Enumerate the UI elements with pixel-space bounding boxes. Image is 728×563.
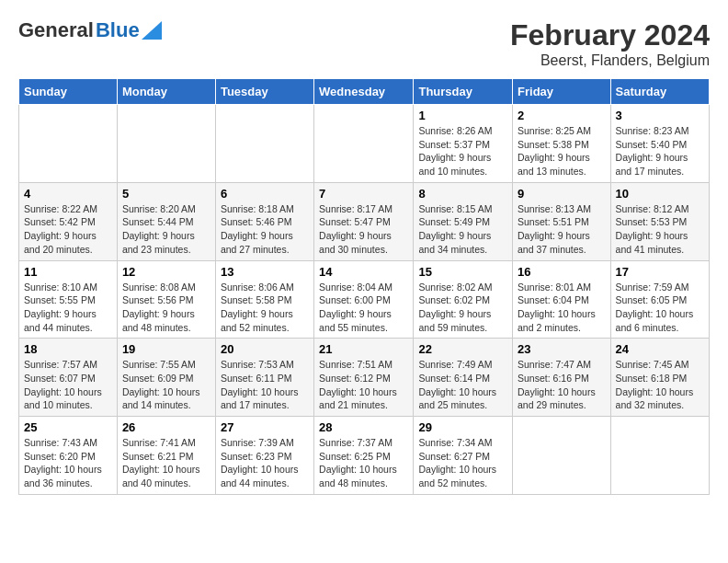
day-number: 11: [24, 265, 112, 279]
page-subtitle: Beerst, Flanders, Belgium: [510, 52, 710, 69]
day-number: 16: [518, 265, 606, 279]
calendar-cell: 10Sunrise: 8:12 AM Sunset: 5:53 PM Dayli…: [610, 182, 709, 260]
day-number: 26: [122, 420, 210, 434]
calendar-cell: 17Sunrise: 7:59 AM Sunset: 6:05 PM Dayli…: [610, 260, 709, 339]
day-number: 15: [418, 265, 507, 279]
day-info: Sunrise: 7:34 AM Sunset: 6:27 PM Dayligh…: [418, 436, 507, 490]
calendar-cell: 6Sunrise: 8:18 AM Sunset: 5:46 PM Daylig…: [215, 182, 313, 260]
day-info: Sunrise: 7:39 AM Sunset: 6:23 PM Dayligh…: [221, 436, 309, 490]
calendar-cell: 1Sunrise: 8:26 AM Sunset: 5:37 PM Daylig…: [414, 105, 513, 183]
day-info: Sunrise: 7:41 AM Sunset: 6:21 PM Dayligh…: [122, 436, 210, 490]
logo-blue: Blue: [96, 18, 140, 42]
day-number: 1: [418, 109, 507, 122]
calendar-header-row: SundayMondayTuesdayWednesdayThursdayFrid…: [19, 79, 710, 105]
calendar-cell: 25Sunrise: 7:43 AM Sunset: 6:20 PM Dayli…: [19, 417, 118, 495]
day-info: Sunrise: 8:08 AM Sunset: 5:56 PM Dayligh…: [122, 281, 210, 335]
calendar-cell: 2Sunrise: 8:25 AM Sunset: 5:38 PM Daylig…: [513, 105, 611, 183]
day-info: Sunrise: 7:53 AM Sunset: 6:11 PM Dayligh…: [221, 358, 309, 412]
logo: General Blue: [18, 18, 162, 42]
calendar-cell: 4Sunrise: 8:22 AM Sunset: 5:42 PM Daylig…: [19, 182, 118, 260]
day-info: Sunrise: 7:49 AM Sunset: 6:14 PM Dayligh…: [418, 358, 507, 412]
day-number: 3: [616, 109, 704, 122]
day-info: Sunrise: 8:06 AM Sunset: 5:58 PM Dayligh…: [221, 281, 309, 335]
calendar-cell: 16Sunrise: 8:01 AM Sunset: 6:04 PM Dayli…: [513, 260, 611, 339]
day-info: Sunrise: 8:13 AM Sunset: 5:51 PM Dayligh…: [518, 202, 606, 257]
calendar-week-row: 1Sunrise: 8:26 AM Sunset: 5:37 PM Daylig…: [19, 105, 710, 183]
day-info: Sunrise: 8:15 AM Sunset: 5:49 PM Dayligh…: [418, 202, 507, 257]
page-header: General Blue February 2024 Beerst, Fland…: [18, 18, 710, 69]
calendar-cell: 19Sunrise: 7:55 AM Sunset: 6:09 PM Dayli…: [117, 339, 215, 417]
day-info: Sunrise: 8:18 AM Sunset: 5:46 PM Dayligh…: [221, 202, 309, 257]
day-info: Sunrise: 7:55 AM Sunset: 6:09 PM Dayligh…: [122, 358, 210, 412]
calendar-week-row: 11Sunrise: 8:10 AM Sunset: 5:55 PM Dayli…: [19, 260, 710, 339]
calendar-cell: 5Sunrise: 8:20 AM Sunset: 5:44 PM Daylig…: [117, 182, 215, 260]
day-number: 28: [319, 420, 408, 434]
calendar-cell: 28Sunrise: 7:37 AM Sunset: 6:25 PM Dayli…: [314, 417, 414, 495]
day-number: 25: [24, 420, 112, 434]
day-info: Sunrise: 7:57 AM Sunset: 6:07 PM Dayligh…: [24, 358, 112, 412]
header-monday: Monday: [117, 79, 215, 105]
day-number: 29: [418, 420, 507, 434]
day-number: 10: [616, 187, 704, 201]
day-info: Sunrise: 7:43 AM Sunset: 6:20 PM Dayligh…: [24, 436, 112, 490]
title-block: February 2024 Beerst, Flanders, Belgium: [510, 18, 710, 69]
day-number: 8: [418, 187, 507, 201]
day-info: Sunrise: 8:12 AM Sunset: 5:53 PM Dayligh…: [616, 202, 704, 257]
day-info: Sunrise: 7:51 AM Sunset: 6:12 PM Dayligh…: [319, 358, 408, 412]
calendar-cell: 8Sunrise: 8:15 AM Sunset: 5:49 PM Daylig…: [414, 182, 513, 260]
page-title: February 2024: [510, 18, 710, 52]
day-number: 9: [518, 187, 606, 201]
day-number: 17: [616, 265, 704, 279]
calendar-cell: 23Sunrise: 7:47 AM Sunset: 6:16 PM Dayli…: [513, 339, 611, 417]
day-number: 24: [616, 342, 704, 356]
day-info: Sunrise: 8:26 AM Sunset: 5:37 PM Dayligh…: [418, 124, 507, 178]
calendar-cell: 14Sunrise: 8:04 AM Sunset: 6:00 PM Dayli…: [314, 260, 414, 339]
calendar-cell: [314, 105, 414, 183]
calendar-cell: 11Sunrise: 8:10 AM Sunset: 5:55 PM Dayli…: [19, 260, 118, 339]
header-saturday: Saturday: [610, 79, 709, 105]
header-tuesday: Tuesday: [215, 79, 313, 105]
day-number: 14: [319, 265, 408, 279]
day-number: 13: [221, 265, 309, 279]
day-number: 23: [518, 342, 606, 356]
calendar-week-row: 4Sunrise: 8:22 AM Sunset: 5:42 PM Daylig…: [19, 182, 710, 260]
day-info: Sunrise: 8:23 AM Sunset: 5:40 PM Dayligh…: [616, 124, 704, 178]
calendar-table: SundayMondayTuesdayWednesdayThursdayFrid…: [18, 78, 710, 495]
logo-icon: [142, 21, 162, 40]
day-number: 5: [122, 187, 210, 201]
svg-marker-0: [142, 21, 162, 40]
calendar-cell: 24Sunrise: 7:45 AM Sunset: 6:18 PM Dayli…: [610, 339, 709, 417]
header-thursday: Thursday: [414, 79, 513, 105]
day-number: 4: [24, 187, 112, 201]
calendar-cell: 9Sunrise: 8:13 AM Sunset: 5:51 PM Daylig…: [513, 182, 611, 260]
calendar-cell: 29Sunrise: 7:34 AM Sunset: 6:27 PM Dayli…: [414, 417, 513, 495]
calendar-cell: 21Sunrise: 7:51 AM Sunset: 6:12 PM Dayli…: [314, 339, 414, 417]
calendar-cell: [19, 105, 118, 183]
day-number: 18: [24, 342, 112, 356]
logo-general: General: [18, 18, 94, 42]
day-info: Sunrise: 7:47 AM Sunset: 6:16 PM Dayligh…: [518, 358, 606, 412]
day-number: 2: [518, 109, 606, 122]
day-number: 27: [221, 420, 309, 434]
day-info: Sunrise: 8:17 AM Sunset: 5:47 PM Dayligh…: [319, 202, 408, 257]
day-number: 22: [418, 342, 507, 356]
header-friday: Friday: [513, 79, 611, 105]
day-info: Sunrise: 8:01 AM Sunset: 6:04 PM Dayligh…: [518, 281, 606, 335]
calendar-cell: [215, 105, 313, 183]
day-number: 6: [221, 187, 309, 201]
calendar-week-row: 18Sunrise: 7:57 AM Sunset: 6:07 PM Dayli…: [19, 339, 710, 417]
day-number: 19: [122, 342, 210, 356]
day-info: Sunrise: 8:02 AM Sunset: 6:02 PM Dayligh…: [418, 281, 507, 335]
calendar-cell: 26Sunrise: 7:41 AM Sunset: 6:21 PM Dayli…: [117, 417, 215, 495]
day-number: 21: [319, 342, 408, 356]
calendar-cell: 27Sunrise: 7:39 AM Sunset: 6:23 PM Dayli…: [215, 417, 313, 495]
calendar-cell: 22Sunrise: 7:49 AM Sunset: 6:14 PM Dayli…: [414, 339, 513, 417]
calendar-week-row: 25Sunrise: 7:43 AM Sunset: 6:20 PM Dayli…: [19, 417, 710, 495]
calendar-cell: [117, 105, 215, 183]
day-info: Sunrise: 8:04 AM Sunset: 6:00 PM Dayligh…: [319, 281, 408, 335]
day-number: 7: [319, 187, 408, 201]
day-info: Sunrise: 7:45 AM Sunset: 6:18 PM Dayligh…: [616, 358, 704, 412]
calendar-cell: 3Sunrise: 8:23 AM Sunset: 5:40 PM Daylig…: [610, 105, 709, 183]
calendar-cell: 20Sunrise: 7:53 AM Sunset: 6:11 PM Dayli…: [215, 339, 313, 417]
day-info: Sunrise: 7:59 AM Sunset: 6:05 PM Dayligh…: [616, 281, 704, 335]
